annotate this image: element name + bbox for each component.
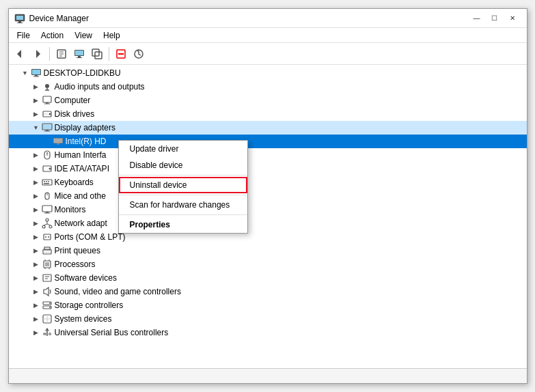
ctx-update-driver[interactable]: Update driver [119,141,247,157]
computer-label: Computer [55,96,91,105]
toolbar-scan[interactable] [89,46,105,62]
svg-point-44 [49,168,51,170]
proc-expand: ▶ [31,261,42,268]
svg-rect-21 [32,70,40,74]
svg-rect-48 [48,181,49,182]
svg-rect-35 [46,130,49,131]
svg-rect-61 [44,234,51,240]
storage-icon [42,300,53,311]
tree-print[interactable]: ▶ Print queues [9,244,527,257]
ctx-properties[interactable]: Properties [119,216,247,233]
svg-point-55 [46,219,49,221]
ide-label: IDE ATA/ATAPI [55,164,109,173]
svg-rect-23 [33,76,39,77]
ctx-uninstall-device[interactable]: Uninstall device [119,177,247,193]
minimize-button[interactable]: — [468,12,486,25]
ports-expand: ▶ [31,234,42,240]
menu-file[interactable]: File [12,29,36,42]
display-expand: ▼ [31,124,42,131]
menu-action[interactable]: Action [36,29,69,42]
display-label: Display adapters [55,123,115,132]
tree-root[interactable]: ▼ DESKTOP-LDIDKBU [9,66,527,80]
svg-point-42 [46,152,48,154]
device-tree[interactable]: ▼ DESKTOP-LDIDKBU ▶ [9,65,527,368]
window-title: Device Manager [29,14,89,23]
svg-rect-86 [44,333,46,335]
menu-help[interactable]: Help [98,29,126,42]
tree-software[interactable]: ▶ Software devices [9,271,527,285]
intel-icon [53,136,64,147]
svg-point-56 [42,225,45,228]
uninstall-icon [115,48,126,59]
svg-marker-5 [36,50,40,58]
tree-computer[interactable]: ▶ Computer [9,94,527,107]
tree-display[interactable]: ▼ Display adapters [9,121,527,135]
svg-rect-1 [16,16,23,20]
svg-rect-49 [44,183,49,184]
tree-monitors[interactable]: ▶ Monitors [9,203,527,216]
display-icon [42,122,53,133]
svg-rect-54 [44,213,50,214]
toolbar-uninstall[interactable] [113,46,129,62]
maximize-button[interactable]: ☐ [486,12,504,25]
context-menu: Update driver Disable device Uninstall d… [118,140,248,234]
svg-rect-11 [75,51,83,55]
audio-icon [42,81,53,92]
tree-ports[interactable]: ▶ Ports (COM & LPT) [9,230,527,244]
mice-label: Mice and othe [55,191,106,201]
tree-processors[interactable]: ▶ Processors [9,257,527,271]
sound-icon [42,286,53,297]
ctx-scan-hardware[interactable]: Scan for hardware changes [119,197,247,213]
software-label: Software devices [55,273,117,283]
tree-disk[interactable]: ▶ Disk drives [9,107,527,121]
toolbar-device-manager[interactable] [71,46,87,62]
svg-point-57 [49,225,52,228]
tree-hid[interactable]: ▶ Human Interfa [9,148,527,162]
network-icon [42,218,53,229]
tree-sound[interactable]: ▶ Sound, video and game controllers [9,285,527,298]
tree-intel[interactable]: Intel(R) HD [9,135,527,148]
tree-usb[interactable]: ▶ Universal Serial Bus controllers [9,326,527,339]
tree-audio[interactable]: ▶ Audio inputs and outputs [9,80,527,94]
svg-point-79 [49,303,51,304]
tree-storage[interactable]: ▶ Storage controllers [9,298,527,312]
root-icon [31,68,42,79]
svg-point-63 [48,236,49,238]
tree-mice[interactable]: ▶ Mice and othe [9,189,527,203]
svg-rect-39 [57,143,59,145]
dm-icon [74,48,85,59]
sw-icon [42,272,53,283]
hid-icon [42,150,53,160]
tree-network[interactable]: ▶ Network adapt [9,216,527,230]
network-expand: ▶ [31,220,42,227]
close-button[interactable]: ✕ [504,12,521,25]
svg-point-31 [49,113,51,115]
network-label: Network adapt [55,219,107,228]
ports-label: Ports (COM & LPT) [55,232,126,242]
tree-system[interactable]: ▶ System devices [9,312,527,326]
system-icon [42,313,53,324]
toolbar-back[interactable] [12,46,28,62]
update-icon [133,48,144,59]
tree-ide[interactable]: ▶ IDE ATA/ATAPI [9,162,527,176]
mice-icon [42,191,53,201]
toolbar-forward[interactable] [29,46,46,62]
toolbar-update[interactable] [131,46,147,62]
device-manager-window: Device Manager — ☐ ✕ File Action View He… [8,8,527,384]
svg-rect-15 [95,52,102,59]
root-expand-icon: ▼ [20,70,31,76]
intel-label: Intel(R) HD [66,137,107,146]
title-bar-left: Device Manager [14,13,89,24]
toolbar-properties[interactable] [53,46,70,62]
usb-label: Universal Serial Bus controllers [55,328,169,337]
monitors-expand: ▶ [31,206,42,213]
keyboards-icon [42,177,53,188]
svg-rect-45 [42,180,52,185]
ctx-separator-2 [119,195,247,195]
audio-label: Audio inputs and outputs [55,82,145,92]
ctx-disable-device[interactable]: Disable device [119,157,247,173]
menu-bar: File Action View Help [9,28,527,43]
svg-rect-29 [44,104,50,104]
tree-keyboards[interactable]: ▶ Keyboards [9,176,527,189]
menu-view[interactable]: View [69,29,98,42]
